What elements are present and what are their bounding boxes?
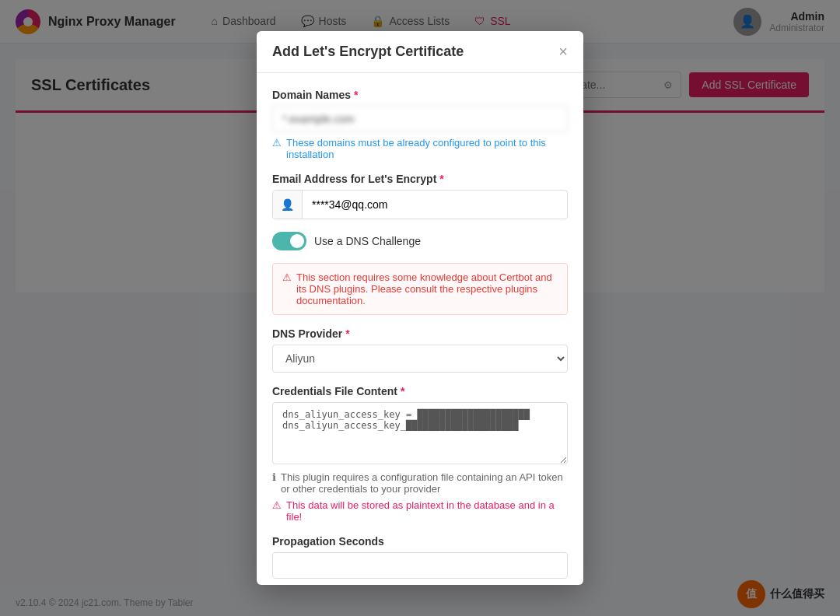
email-input[interactable]: [303, 192, 567, 217]
modal-overlay: Add Let's Encrypt Certificate × Domain N…: [0, 0, 840, 308]
email-label: Email Address for Let's Encrypt *: [272, 173, 568, 185]
domain-names-label: Domain Names *: [272, 89, 568, 101]
close-button[interactable]: ×: [558, 44, 568, 59]
warning-icon: ⚠: [282, 271, 292, 306]
dns-warning-box: ⚠ This section requires some knowledge a…: [272, 263, 568, 308]
modal-header: Add Let's Encrypt Certificate ×: [257, 31, 583, 73]
modal-title: Add Let's Encrypt Certificate: [272, 44, 464, 60]
info-icon: ⚠: [272, 137, 282, 149]
toggle-slider: [272, 232, 306, 250]
modal-body: Domain Names * ⚠ These domains must be a…: [257, 73, 583, 308]
email-group: Email Address for Let's Encrypt * 👤: [272, 173, 568, 219]
dns-challenge-row: Use a DNS Challenge: [272, 232, 568, 250]
domain-names-input[interactable]: [272, 106, 568, 132]
modal: Add Let's Encrypt Certificate × Domain N…: [257, 31, 583, 308]
dns-challenge-toggle[interactable]: [272, 232, 306, 250]
person-icon: 👤: [273, 191, 303, 219]
domain-names-group: Domain Names * ⚠ These domains must be a…: [272, 89, 568, 160]
dns-challenge-label: Use a DNS Challenge: [314, 235, 421, 247]
email-input-wrap: 👤: [272, 190, 568, 219]
domain-hint: ⚠ These domains must be already configur…: [272, 137, 568, 160]
